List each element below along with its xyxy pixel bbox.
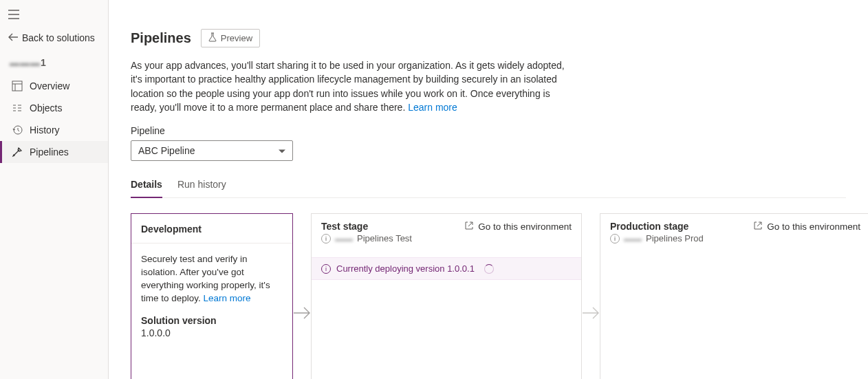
development-card-text: Securely test and verify in isolation. A… <box>141 253 283 305</box>
pipeline-dropdown[interactable]: ABC Pipeline <box>131 140 293 161</box>
solution-name: ▬▬▬1 <box>0 53 108 75</box>
solution-name-suffix: 1 <box>41 57 46 68</box>
prod-stage-footer: Deploy here <box>600 374 868 379</box>
prod-stage-header: Production stage i ▬▬ Pipelines Prod Go … <box>600 214 868 253</box>
pipelines-icon <box>12 147 23 158</box>
intro-learn-more-link[interactable]: Learn more <box>408 102 457 113</box>
solution-version-label: Solution version <box>141 315 283 326</box>
hamburger-button[interactable] <box>0 6 108 25</box>
objects-icon <box>12 102 23 113</box>
env-blurred: ▬▬ <box>624 233 642 243</box>
info-icon: i <box>321 234 331 243</box>
prod-stage-env-name: Pipelines Prod <box>646 233 704 243</box>
development-card-body: Securely test and verify in isolation. A… <box>131 243 292 379</box>
intro-text: As your app advances, you'll start shari… <box>131 58 571 114</box>
test-stage-env-name: Pipelines Test <box>357 233 412 243</box>
test-go-to-environment-link[interactable]: Go to this environment <box>464 221 572 232</box>
main-content: Pipelines Preview As your app advances, … <box>109 0 868 379</box>
deploy-status-banner: i Currently deploying version 1.0.0.1 <box>312 257 581 280</box>
page-title: Pipelines <box>131 30 191 46</box>
prod-stage-card: Production stage i ▬▬ Pipelines Prod Go … <box>600 213 868 379</box>
sidebar-item-label: Pipelines <box>30 147 69 158</box>
hamburger-icon <box>8 10 19 21</box>
sidebar: Back to solutions ▬▬▬1 Overview Objects … <box>0 0 109 379</box>
sidebar-item-objects[interactable]: Objects <box>0 97 108 119</box>
back-to-solutions-link[interactable]: Back to solutions <box>0 25 108 53</box>
tab-run-history[interactable]: Run history <box>177 175 226 197</box>
sidebar-item-label: History <box>30 124 60 136</box>
pipeline-field-label: Pipeline <box>131 125 846 136</box>
sidebar-item-overview[interactable]: Overview <box>0 75 108 97</box>
deploy-banner-text: Currently deploying version 1.0.0.1 <box>336 263 475 274</box>
arrow-dev-to-test <box>293 213 311 379</box>
development-learn-more-link[interactable]: Learn more <box>204 293 251 303</box>
test-stage-title: Test stage <box>321 221 412 232</box>
arrow-right-icon <box>582 305 600 321</box>
test-stage-card: Test stage i ▬▬ Pipelines Test Go to thi… <box>311 213 582 379</box>
test-stage-footer: Deploy here <box>312 374 581 379</box>
overview-icon <box>12 80 23 91</box>
development-card-header: Development <box>131 214 292 243</box>
pipeline-dropdown-value: ABC Pipeline <box>138 145 195 156</box>
prod-stage-title: Production stage <box>610 221 704 232</box>
history-icon <box>12 124 23 136</box>
prod-stage-env: i ▬▬ Pipelines Prod <box>610 233 704 243</box>
intro-body: As your app advances, you'll start shari… <box>131 60 565 113</box>
arrow-right-icon <box>293 305 311 321</box>
prod-go-link-label: Go to this environment <box>767 221 860 232</box>
development-card: Development Securely test and verify in … <box>131 213 293 379</box>
open-external-icon <box>464 221 474 232</box>
env-blurred: ▬▬ <box>335 233 353 243</box>
sidebar-item-history[interactable]: History <box>0 119 108 141</box>
test-go-link-label: Go to this environment <box>478 221 572 232</box>
test-stage-header: Test stage i ▬▬ Pipelines Test Go to thi… <box>312 214 581 253</box>
tab-details[interactable]: Details <box>131 175 162 198</box>
test-stage-env: i ▬▬ Pipelines Test <box>321 233 412 243</box>
development-card-title: Development <box>141 224 283 235</box>
preview-badge: Preview <box>201 29 260 47</box>
sidebar-item-pipelines[interactable]: Pipelines <box>0 141 108 163</box>
svg-rect-0 <box>12 81 22 91</box>
title-row: Pipelines Preview <box>131 29 846 47</box>
prod-go-to-environment-link[interactable]: Go to this environment <box>753 221 860 232</box>
sidebar-item-label: Overview <box>30 80 69 91</box>
info-icon: i <box>610 234 620 243</box>
tabs: Details Run history <box>131 175 846 198</box>
open-external-icon <box>753 221 763 232</box>
info-icon: i <box>321 264 331 274</box>
solution-name-blurred: ▬▬▬ <box>10 57 41 68</box>
back-label: Back to solutions <box>22 32 95 43</box>
stages-row: Development Securely test and verify in … <box>131 213 846 379</box>
beaker-icon <box>208 32 217 44</box>
arrow-test-to-prod <box>582 213 600 379</box>
preview-label: Preview <box>221 33 252 43</box>
solution-version-value: 1.0.0.0 <box>141 327 283 338</box>
sidebar-item-label: Objects <box>30 102 62 113</box>
spinner-icon <box>484 264 494 274</box>
arrow-left-icon <box>8 32 18 43</box>
